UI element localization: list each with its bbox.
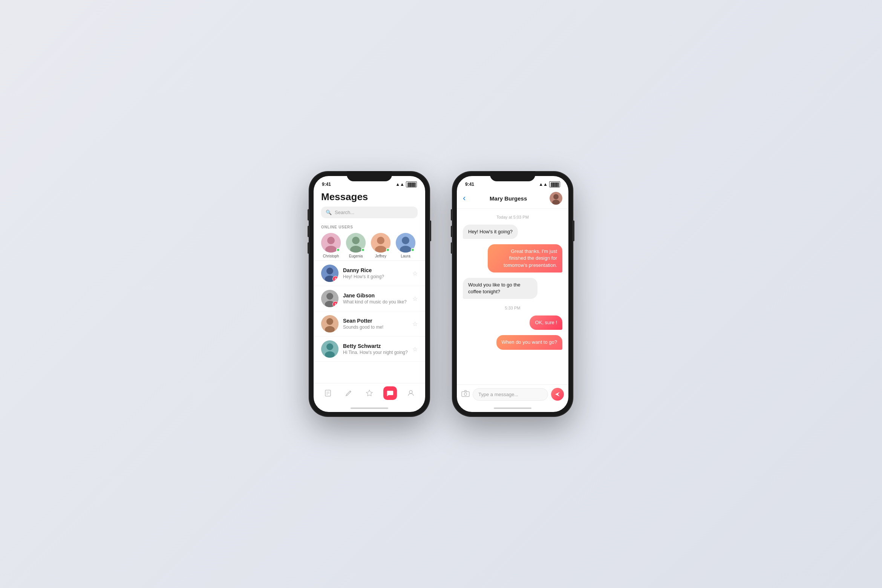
nav-notes[interactable] (321, 386, 335, 400)
avatar-wrapper (346, 233, 366, 253)
search-bar[interactable]: 🔍 Search... (321, 207, 418, 218)
time-label: 5:33 PM (463, 306, 562, 310)
star-icon[interactable]: ☆ (412, 295, 418, 302)
online-users-label: ONLINE USERS (321, 225, 418, 229)
message-preview: What kind of music do you like? (343, 299, 408, 305)
chat-messages-container: Today at 5:03 PM Hey! How's it going? Gr… (457, 209, 568, 384)
svg-point-7 (377, 237, 384, 244)
svg-point-16 (326, 268, 333, 274)
message-text-input[interactable]: Type a message... (473, 388, 548, 401)
messages-header: Messages 🔍 Search... (314, 190, 425, 222)
phone-screen: 9:41 ▲▲ ▓▓▓ ‹ Mary Burgess Today at 5:03… (457, 176, 568, 412)
search-placeholder-text: Search... (335, 210, 354, 215)
message-row: Hey! How's it going? (463, 225, 562, 239)
conversation-list: 3 Danny Rice Hey! How's it going? ☆ 1 (314, 261, 425, 383)
notch (490, 172, 535, 181)
home-indicator (314, 404, 425, 412)
star-icon[interactable]: ☆ (412, 270, 418, 277)
message-preview: Hey! How's it going? (343, 274, 408, 279)
svg-point-10 (402, 237, 409, 244)
message-bubble: Would you like to go the coffee tonight? (463, 278, 537, 299)
wifi-icon: ▲▲ (539, 182, 548, 187)
svg-point-25 (326, 343, 333, 350)
search-icon: 🔍 (326, 210, 332, 215)
wifi-icon: ▲▲ (395, 182, 404, 187)
contact-name: Jane Gibson (343, 292, 408, 299)
nav-compose[interactable] (342, 386, 355, 400)
status-icons: ▲▲ ▓▓▓ (539, 181, 560, 187)
message-row: When do you want to go? (463, 335, 562, 349)
conversation-content: Jane Gibson What kind of music do you li… (343, 292, 408, 305)
chat-avatar[interactable] (550, 192, 562, 205)
avatar-wrapper (371, 233, 390, 253)
svg-point-34 (553, 194, 559, 199)
online-indicator (386, 248, 390, 252)
contact-name: Betty Schwartz (343, 343, 408, 349)
contact-name: Danny Rice (343, 267, 408, 273)
nav-messages[interactable] (383, 386, 397, 400)
status-time: 9:41 (465, 182, 474, 187)
contact-name: Sean Potter (343, 318, 408, 324)
svg-point-4 (352, 237, 360, 244)
message-bubble: OK, sure ! (530, 315, 562, 330)
chat-header: ‹ Mary Burgess (457, 190, 568, 209)
status-time: 9:41 (322, 182, 331, 187)
messages-title: Messages (321, 191, 418, 203)
home-indicator (457, 404, 568, 412)
conversation-item[interactable]: 3 Danny Rice Hey! How's it going? ☆ (314, 261, 425, 286)
avatar-wrapper (396, 233, 415, 253)
bottom-navigation (314, 383, 425, 404)
user-name: Christoph (323, 254, 339, 258)
unread-badge: 3 (332, 276, 338, 282)
svg-point-1 (327, 237, 335, 244)
user-name: Laura (401, 254, 410, 258)
online-indicator (361, 248, 365, 252)
svg-point-19 (326, 293, 333, 300)
message-row: Great thanks, I'm just finished the desi… (463, 244, 562, 273)
avatar (321, 340, 338, 358)
conversation-item[interactable]: Sean Potter Sounds good to me! ☆ (314, 311, 425, 337)
message-input-area: Type a message... (457, 384, 568, 404)
phone-chat-view: 9:41 ▲▲ ▓▓▓ ‹ Mary Burgess Today at 5:03… (452, 172, 573, 416)
star-icon[interactable]: ☆ (412, 346, 418, 353)
online-indicator (411, 248, 415, 252)
user-name: Jeffrey (375, 254, 386, 258)
online-user[interactable]: Christoph (321, 233, 341, 258)
conversation-content: Sean Potter Sounds good to me! (343, 318, 408, 330)
status-icons: ▲▲ ▓▓▓ (395, 181, 417, 187)
battery-icon: ▓▓▓ (549, 181, 560, 187)
home-bar (351, 407, 388, 409)
conversation-item[interactable]: Betty Schwartz Hi Tina. How's your night… (314, 337, 425, 362)
online-user[interactable]: Laura (396, 233, 415, 258)
user-name: Eugenia (349, 254, 363, 258)
camera-button[interactable] (461, 390, 470, 399)
online-users-section: ONLINE USERS Christoph (314, 222, 425, 261)
star-icon[interactable]: ☆ (412, 320, 418, 328)
message-row: OK, sure ! (463, 315, 562, 330)
unread-badge: 1 (332, 301, 338, 307)
avatar-wrapper (321, 233, 341, 253)
conversation-item[interactable]: 1 Jane Gibson What kind of music do you … (314, 286, 425, 311)
svg-point-22 (326, 318, 333, 325)
battery-icon: ▓▓▓ (406, 181, 417, 187)
back-button[interactable]: ‹ (463, 193, 467, 203)
message-row: Would you like to go the coffee tonight? (463, 278, 562, 299)
conversation-content: Betty Schwartz Hi Tina. How's your night… (343, 343, 408, 355)
phone-screen: 9:41 ▲▲ ▓▓▓ Messages 🔍 Search... ONLINE … (314, 176, 425, 412)
send-button[interactable] (551, 388, 564, 401)
avatar: 3 (321, 265, 338, 282)
notch (347, 172, 392, 181)
online-user[interactable]: Jeffrey (371, 233, 390, 258)
online-user[interactable]: Eugenia (346, 233, 366, 258)
svg-point-37 (464, 393, 467, 395)
svg-line-31 (350, 391, 351, 392)
online-indicator (336, 248, 340, 252)
message-bubble: Hey! How's it going? (463, 225, 518, 239)
chat-contact-name: Mary Burgess (470, 195, 547, 202)
nav-favorites[interactable] (363, 386, 376, 400)
avatar: 1 (321, 290, 338, 307)
online-users-row: Christoph Eugenia (321, 233, 418, 258)
message-bubble: When do you want to go? (496, 335, 562, 349)
date-label: Today at 5:03 PM (463, 215, 562, 219)
nav-profile[interactable] (404, 386, 418, 400)
